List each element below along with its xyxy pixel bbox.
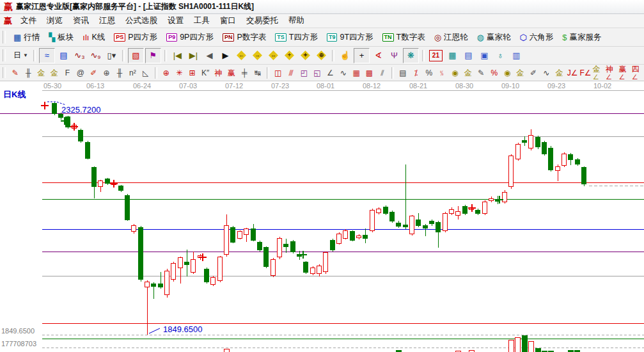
gold-level-button[interactable]: 金 — [462, 67, 474, 79]
tool-9p-square[interactable]: P99P四方形 — [162, 32, 218, 43]
tool-kline[interactable]: ılıK线 — [78, 32, 109, 43]
shen-angle-button[interactable]: 神∠ — [606, 67, 617, 79]
gold-circle-button[interactable]: ◉ — [449, 67, 460, 79]
ying-tool-button[interactable]: 赢 — [226, 67, 237, 79]
candle-style-button[interactable]: ▯▾ — [104, 49, 119, 63]
tool-winner-wheel[interactable]: ◍赢家轮 — [473, 32, 515, 43]
ying-angle-button[interactable]: 赢∠ — [618, 67, 630, 79]
frame-tool-button[interactable]: ◫ — [272, 67, 284, 79]
menu-item-help[interactable]: 帮助 — [283, 14, 310, 28]
zigzag-wave-button[interactable]: ∿ — [338, 67, 349, 79]
info-panel-button[interactable]: ▤ — [56, 49, 71, 63]
degree-circle-button[interactable]: ⊕ — [100, 67, 112, 79]
red-grid-button[interactable]: ▦ — [350, 67, 362, 79]
tool-gann-wheel[interactable]: ◎江恩轮 — [430, 32, 473, 43]
calendar-21-button[interactable]: 21 — [429, 50, 443, 61]
f-ruler-button[interactable]: F — [61, 67, 73, 79]
angle-lines-button[interactable]: ∠ — [324, 67, 336, 79]
wave-3-button[interactable]: ∿₃ — [72, 49, 87, 63]
menu-item-news[interactable]: 资讯 — [68, 14, 94, 28]
shen-tool-button[interactable]: 神 — [212, 67, 224, 79]
gann-grid-button[interactable]: ▧ — [128, 48, 144, 63]
red-grid-2-button[interactable]: ▩ — [363, 67, 375, 79]
spider-web-button[interactable]: ✳ — [173, 67, 185, 79]
gold-ruler-button[interactable]: 金 — [35, 67, 47, 79]
spiral-tool-button[interactable]: @ — [75, 67, 86, 79]
ruler-grid-2-button[interactable]: ╫ — [114, 67, 125, 79]
wave-9-button[interactable]: ∿₉ — [88, 49, 103, 63]
diamond-star-icon[interactable]: ✦ — [298, 49, 313, 63]
menu-item-tools[interactable]: 工具 — [189, 14, 215, 28]
next-bar-button[interactable]: ▶ — [218, 49, 233, 63]
tool-p-number-table[interactable]: PNP数字表 — [218, 32, 271, 43]
drag-hand-button[interactable]: ☝ — [338, 49, 352, 63]
gold-level-2-button[interactable]: 金 — [514, 67, 526, 79]
diamond-right-icon[interactable]: → — [250, 49, 265, 63]
menu-item-formula-select[interactable]: 公式选股 — [120, 14, 162, 28]
fan-rays-button[interactable]: ⫻ — [285, 67, 297, 79]
percent-button[interactable]: % — [423, 67, 435, 79]
pen-tool-button[interactable]: ✎ — [10, 67, 21, 79]
tool-winner-service[interactable]: $赢家服务 — [558, 32, 606, 43]
fan-box-button[interactable]: ◰ — [298, 67, 310, 79]
wave-chart-button[interactable]: ≈ — [39, 48, 55, 63]
wave-a-button[interactable]: ∿ — [540, 67, 552, 79]
first-bar-button[interactable]: |◀ — [170, 49, 185, 63]
tool-sectors[interactable]: ▚板块 — [44, 32, 78, 43]
tool-p-square[interactable]: PSP四方形 — [109, 32, 162, 43]
gold-angle-button[interactable]: 金∠ — [593, 67, 604, 79]
percent-line-button[interactable]: ﹪ — [436, 67, 448, 79]
gold-line-button[interactable]: 金 — [554, 67, 565, 79]
pen-level-button[interactable]: ✎ — [475, 67, 487, 79]
angle-ruler-button[interactable]: ◺ — [140, 67, 152, 79]
menu-item-file[interactable]: 文件 — [15, 14, 42, 28]
diamond-cross-icon[interactable]: + — [282, 49, 297, 63]
web-export-button[interactable]: ♁ — [493, 49, 508, 63]
ruler-tool-button[interactable]: Ψ — [387, 49, 402, 63]
bar-scale-button[interactable]: ▤ — [397, 67, 409, 79]
tool-hexagon[interactable]: ⬡六角形 — [515, 32, 558, 43]
menu-item-gann[interactable]: 江恩 — [94, 14, 120, 28]
tool-t-square[interactable]: TST四方形 — [271, 32, 322, 43]
marker-pen-button[interactable]: ✐ — [88, 67, 99, 79]
fan-box-2-button[interactable]: ◱ — [311, 67, 323, 79]
diamond-left-icon[interactable]: ← — [234, 49, 249, 63]
percent-drop-button[interactable]: ⁒ — [410, 67, 421, 79]
tool-quotes[interactable]: ▦行情 — [9, 32, 44, 43]
j-angle-button[interactable]: J∠ — [567, 67, 578, 79]
save-disk-button[interactable]: ▣ — [477, 49, 492, 63]
prev-bar-button[interactable]: ◀ — [202, 49, 217, 63]
tool-9t-square[interactable]: T99T四方形 — [322, 32, 378, 43]
kline-chart[interactable]: 05-3006-1306-2407-0307-1207-2308-0108-12… — [0, 81, 644, 352]
menu-item-window[interactable]: 窗口 — [215, 14, 241, 28]
ruler-123-button[interactable]: ╪ — [239, 67, 250, 79]
width-arrows-button[interactable]: ↹ — [251, 67, 263, 79]
gold-ruler-2-button[interactable]: 金 — [49, 67, 60, 79]
print-tool-button[interactable]: ▥ — [509, 49, 524, 63]
tool-t-number-table[interactable]: TNT数字表 — [378, 32, 430, 43]
diamond-target-icon[interactable]: ⊕ — [314, 49, 329, 63]
pen-level-2-button[interactable]: ✐ — [528, 67, 539, 79]
last-bar-button[interactable]: ▶| — [186, 49, 201, 63]
k-mark-button[interactable]: K″ — [200, 67, 211, 79]
angle-measure-button[interactable]: ∢ — [371, 49, 386, 63]
pattern-brain-button[interactable]: ❋ — [403, 48, 419, 63]
volume-style-button[interactable]: ⚑ — [145, 48, 161, 63]
circle-cross-button[interactable]: ⊕ — [161, 67, 172, 79]
parallel-lines-button[interactable]: ⫽ — [377, 67, 388, 79]
crosshair-button[interactable]: + — [354, 48, 370, 63]
ruler-grid-button[interactable]: ╫ — [22, 67, 34, 79]
matrix-calc-button[interactable]: ▦ — [445, 49, 460, 63]
diamond-horiz-icon[interactable]: ↔ — [266, 49, 281, 63]
gold-circle-2-button[interactable]: ◉ — [501, 67, 513, 79]
period-selector[interactable]: 日▼ — [11, 49, 31, 61]
menu-item-settings[interactable]: 设置 — [162, 14, 189, 28]
si-angle-button[interactable]: 四∠ — [632, 67, 643, 79]
web-grid-button[interactable]: ⊞ — [186, 67, 198, 79]
menu-item-browse[interactable]: 浏览 — [42, 14, 68, 28]
note-edit-button[interactable]: ▤ — [461, 49, 476, 63]
f-angle-button[interactable]: F∠ — [579, 67, 591, 79]
percent-line-2-button[interactable]: % — [489, 67, 500, 79]
n-squared-button[interactable]: n² — [127, 67, 138, 79]
menu-item-trade[interactable]: 交易委托 — [241, 14, 283, 28]
